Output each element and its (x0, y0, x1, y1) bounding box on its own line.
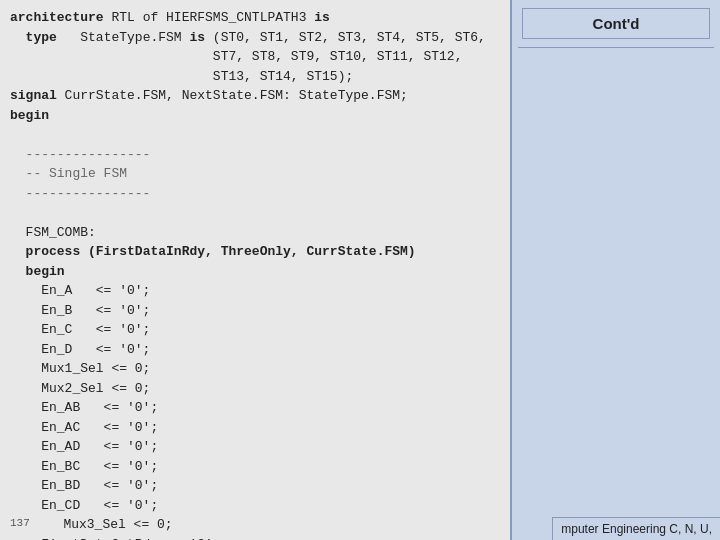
code-line-18: En_D <= '0'; (10, 340, 500, 360)
code-line-10: ---------------- (10, 184, 500, 204)
code-line-13: process (FirstDataInRdy, ThreeOnly, Curr… (10, 242, 500, 262)
code-line-19: Mux1_Sel <= 0; (10, 359, 500, 379)
code-line-26: En_CD <= '0'; (10, 496, 500, 516)
code-line-3: ST7, ST8, ST9, ST10, ST11, ST12, (10, 47, 500, 67)
code-line-14: begin (10, 262, 500, 282)
code-line-1: architecture RTL of HIERFSMS_CNTLPATH3 i… (10, 8, 500, 28)
code-line-9: -- Single FSM (10, 164, 500, 184)
code-line-4: ST13, ST14, ST15); (10, 67, 500, 87)
cont-badge: Cont'd (522, 8, 710, 39)
cont-label: Cont'd (593, 15, 640, 32)
line-number-137: 137 (10, 515, 40, 532)
code-line-15: En_A <= '0'; (10, 281, 500, 301)
code-line-21: En_AB <= '0'; (10, 398, 500, 418)
right-panel: Cont'd (510, 0, 720, 540)
code-line-17: En_C <= '0'; (10, 320, 500, 340)
bottom-bar: mputer Engineering C, N, U, (552, 517, 720, 540)
code-line-2: type StateType.FSM is (ST0, ST1, ST2, ST… (10, 28, 500, 48)
code-line-8: ---------------- (10, 145, 500, 165)
code-line-25: En_BD <= '0'; (10, 476, 500, 496)
code-line-7 (10, 125, 500, 145)
main-container: architecture RTL of HIERFSMS_CNTLPATH3 i… (0, 0, 720, 540)
code-line-22: En_AC <= '0'; (10, 418, 500, 438)
code-block: architecture RTL of HIERFSMS_CNTLPATH3 i… (10, 8, 500, 540)
code-line-28: FirstDataOutRdy <= '0'; (10, 535, 500, 541)
code-line-12: FSM_COMB: (10, 223, 500, 243)
code-line-27: 137 Mux3_Sel <= 0; (10, 515, 500, 535)
code-line-24: En_BC <= '0'; (10, 457, 500, 477)
code-line-20: Mux2_Sel <= 0; (10, 379, 500, 399)
code-line-6: begin (10, 106, 500, 126)
code-line-11 (10, 203, 500, 223)
bottom-bar-text: mputer Engineering C, N, U, (561, 522, 712, 536)
code-panel: architecture RTL of HIERFSMS_CNTLPATH3 i… (0, 0, 510, 540)
code-line-16: En_B <= '0'; (10, 301, 500, 321)
code-line-23: En_AD <= '0'; (10, 437, 500, 457)
code-line-5: signal CurrState.FSM, NextState.FSM: Sta… (10, 86, 500, 106)
right-content (512, 48, 720, 540)
